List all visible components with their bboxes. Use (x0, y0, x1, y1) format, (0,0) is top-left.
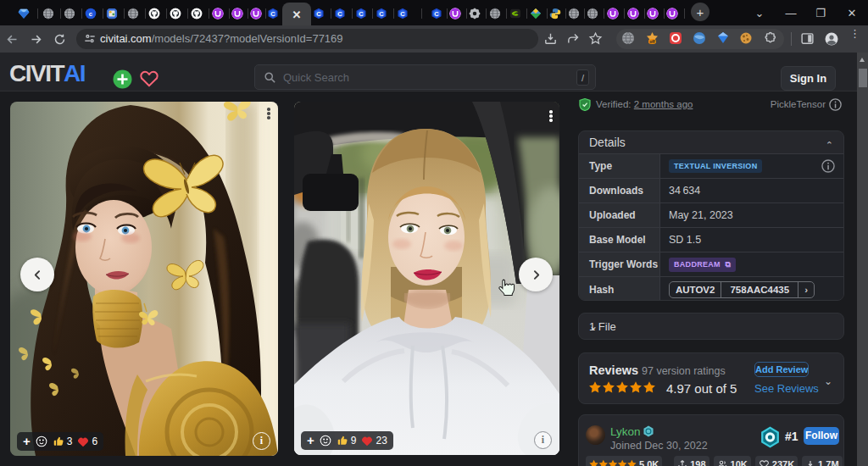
svg-text:off: off (649, 39, 655, 44)
